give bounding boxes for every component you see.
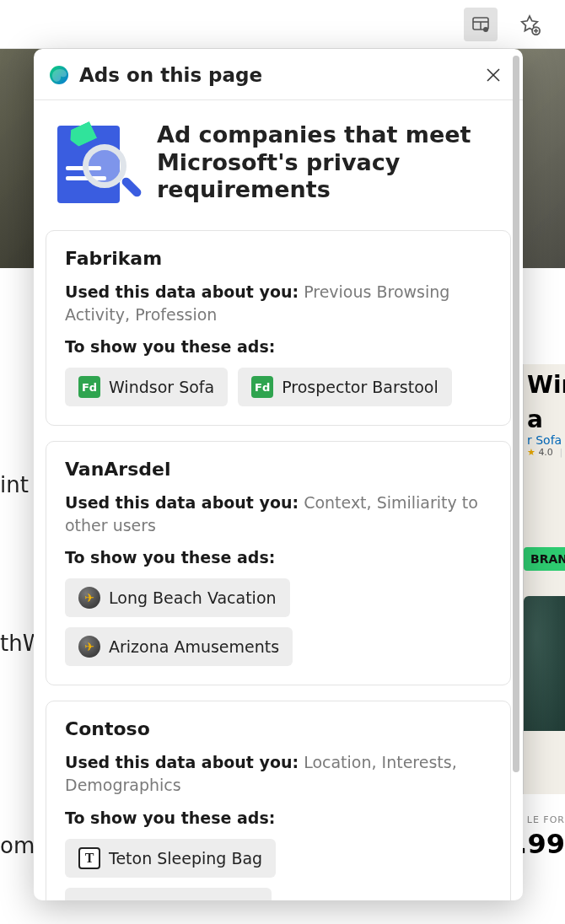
company-name: VanArsdel	[65, 459, 492, 480]
ads-transparency-panel: Ads on this page Ad companies that meet …	[34, 49, 523, 900]
mtn-icon: ▲	[78, 896, 100, 900]
company-name: Fabrikam	[65, 248, 492, 269]
brand-badge: BRAN	[524, 547, 565, 571]
page-text-fragment: int	[0, 472, 29, 497]
company-name: Contoso	[65, 718, 492, 739]
ad-chip-label: Teton Sleeping Bag	[109, 849, 262, 868]
shown-ads-label: To show you these ads:	[65, 808, 492, 827]
ad-chip-list: FdWindsor SofaFdProspector Barstool	[65, 368, 492, 406]
ad-chip[interactable]: ✈Long Beach Vacation	[65, 578, 290, 617]
edge-logo-icon	[49, 65, 69, 85]
data-used-label: Used this data about you:	[65, 753, 299, 771]
ad-chip-label: Windsor Sofa	[109, 378, 214, 396]
intro-heading: Ad companies that meet Microsoft's priva…	[157, 121, 501, 205]
close-button[interactable]	[481, 62, 506, 88]
product-title-fragment: a	[524, 399, 565, 433]
intro-section: Ad companies that meet Microsoft's priva…	[46, 100, 511, 230]
product-title-fragment: Wir	[524, 364, 565, 399]
ad-chip[interactable]: TTeton Sleeping Bag	[65, 839, 276, 878]
panel-body: Ad companies that meet Microsoft's priva…	[34, 100, 523, 900]
fd-icon: Fd	[251, 376, 273, 398]
star-icon: ★	[527, 447, 535, 458]
panel-header: Ads on this page	[34, 49, 523, 100]
product-image	[524, 596, 565, 731]
svg-point-3	[483, 27, 488, 32]
data-used-label: Used this data about you:	[65, 493, 299, 512]
price-label-fragment: LE FOR	[527, 814, 565, 825]
product-link-fragment[interactable]: r Sofa	[524, 433, 565, 447]
price-fragment: .99	[517, 828, 565, 860]
privacy-magnifier-icon	[52, 121, 137, 205]
fd-icon: Fd	[78, 376, 100, 398]
ad-chip[interactable]: ▲Apex Summit Pack	[65, 888, 272, 900]
data-used-line: Used this data about you: Location, Inte…	[65, 751, 492, 796]
shown-ads-label: To show you these ads:	[65, 337, 492, 356]
ad-chip-label: Long Beach Vacation	[109, 588, 277, 607]
ad-chip-list: ✈Long Beach Vacation✈Arizona Amusements	[65, 578, 492, 666]
type-icon: T	[78, 847, 100, 869]
plane-icon: ✈	[78, 636, 100, 658]
shown-ads-label: To show you these ads:	[65, 548, 492, 567]
ad-chip-label: Prospector Barstool	[282, 378, 439, 396]
ads-panel-toolbar-button[interactable]	[464, 8, 498, 41]
plane-icon: ✈	[78, 587, 100, 609]
ad-chip-label: Apex Summit Pack	[109, 898, 258, 900]
product-card: Wir a r Sofa ★ 4.0 | 52 R BRAN	[523, 364, 565, 794]
data-used-line: Used this data about you: Context, Simil…	[65, 492, 492, 536]
ad-chip[interactable]: ✈Arizona Amusements	[65, 627, 293, 666]
panel-title: Ads on this page	[79, 64, 481, 86]
data-used-label: Used this data about you:	[65, 282, 299, 301]
ad-chip[interactable]: FdProspector Barstool	[238, 368, 452, 406]
scrollbar[interactable]	[513, 56, 519, 772]
ad-chip-label: Arizona Amusements	[109, 637, 279, 656]
ad-chip[interactable]: FdWindsor Sofa	[65, 368, 228, 406]
company-card: FabrikamUsed this data about you: Previo…	[46, 230, 511, 426]
ad-chip-list: TTeton Sleeping Bag▲Apex Summit Pack	[65, 839, 492, 900]
browser-toolbar	[0, 0, 565, 49]
company-card: ContosoUsed this data about you: Locatio…	[46, 701, 511, 900]
page-text-fragment: om	[0, 833, 35, 858]
product-rating: ★ 4.0 | 52 R	[524, 447, 565, 458]
data-used-line: Used this data about you: Previous Brows…	[65, 281, 492, 325]
favorites-add-button[interactable]	[513, 8, 546, 41]
company-card: VanArsdelUsed this data about you: Conte…	[46, 441, 511, 685]
